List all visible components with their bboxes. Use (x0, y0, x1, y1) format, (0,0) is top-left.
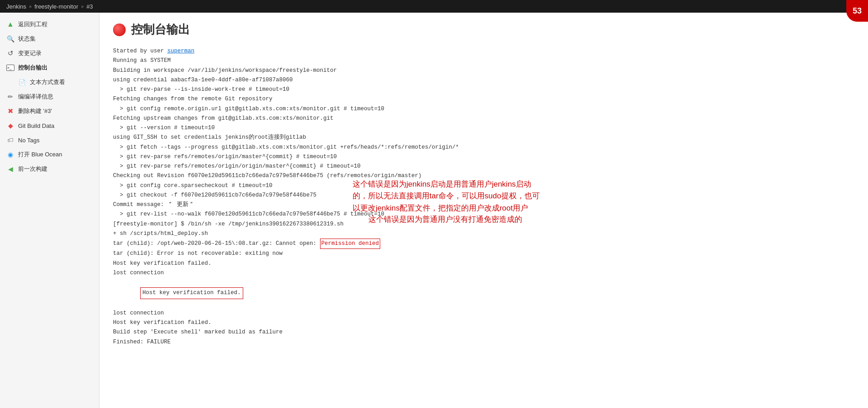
tag-icon: 🏷 (6, 136, 14, 144)
console-line-12: > git rev-parse refs/remotes/origin/mast… (113, 152, 854, 162)
main-layout: ▲ 返回到工程 🔍 状态集 ↺ 变更记录 >_ 控制台输出 📄 文本方式查看 ✏… (0, 13, 868, 408)
sidebar-item-label: 文本方式查看 (30, 78, 65, 86)
sidebar-item-label: 打开 Blue Ocean (18, 150, 62, 159)
console-line-5: > git rev-parse --is-inside-work-tree # … (113, 85, 854, 94)
permission-denied-badge: Permission denied (320, 239, 381, 249)
annotation-host-key: 这个错误是因为普通用户没有打通免密造成的 (368, 214, 617, 225)
sidebar-item-view-text[interactable]: 📄 文本方式查看 (0, 75, 99, 89)
console-line-27: Host key verification failed. (113, 318, 854, 328)
page-title-row: 控制台输出 (113, 22, 854, 38)
breadcrumb-bar: Jenkins » freestyle-monitor » #3 (0, 0, 868, 13)
sidebar-item-status[interactable]: 🔍 状态集 (0, 32, 99, 46)
sidebar-item-changes[interactable]: ↺ 变更记录 (0, 46, 99, 61)
console-line-22: tar (child): Error is not recoverable: e… (113, 249, 854, 258)
arrow-up-icon: ▲ (6, 20, 14, 28)
sidebar-item-edit-build-info[interactable]: ✏ 编编译译信息 (0, 89, 99, 104)
breadcrumb-jenkins[interactable]: Jenkins (6, 3, 26, 10)
sidebar-item-label: No Tags (18, 137, 39, 144)
breadcrumb-project[interactable]: freestyle-monitor (34, 3, 78, 10)
sidebar-item-git-build-data[interactable]: ◆ Git Build Data (0, 118, 99, 133)
console-line-host-key-boxed: Host key verification failed. (113, 278, 854, 309)
svg-text:>_: >_ (7, 66, 12, 70)
console-line-2: Running as SYSTEM (113, 56, 854, 66)
breadcrumb-sep1: » (29, 4, 32, 9)
blue-ocean-icon: ◉ (6, 150, 14, 159)
search-icon: 🔍 (6, 35, 14, 43)
sidebar-item-label: 删除构建 '#3' (18, 107, 52, 115)
delete-icon: ✖ (6, 107, 14, 115)
console-line-10: using GIT_SSH to set credentials jenkins… (113, 133, 854, 142)
sidebar-item-label: 返回到工程 (18, 20, 47, 28)
sidebar-item-label: 前一次构建 (18, 165, 47, 173)
console-line-7: > git config remote.origin.url git@gitla… (113, 104, 854, 114)
console-line-26: lost connection (113, 309, 854, 318)
corner-badge: 53 (846, 0, 868, 22)
git-icon: ◆ (6, 122, 14, 130)
breadcrumb-build: #3 (86, 3, 93, 10)
sidebar: ▲ 返回到工程 🔍 状态集 ↺ 变更记录 >_ 控制台输出 📄 文本方式查看 ✏… (0, 13, 99, 408)
console-line-20: + sh /scripts/html_deploy.sh (113, 229, 854, 239)
console-line-24: lost connection (113, 268, 854, 278)
sidebar-item-label: 变更记录 (18, 49, 42, 57)
console-line-29: Finished: FAILURE (113, 338, 854, 347)
annotation-permission-denied: 这个错误是因为jenkins启动是用普通用户jenkins启动的，所以无法直接调… (353, 178, 542, 214)
console-line-permission-denied: tar (child): /opt/web-2020-06-26-15\:08.… (113, 239, 854, 249)
console-line-4: using credential aabacf3a-1ee0-4ddf-a80e… (113, 75, 854, 85)
sidebar-item-console-output[interactable]: >_ 控制台输出 (0, 61, 99, 75)
sidebar-item-label: 编编译译信息 (18, 93, 53, 101)
edit-icon: ✏ (6, 93, 14, 101)
console-line-8: Fetching upstream changes from git@gitla… (113, 114, 854, 123)
console-line-1: Started by user superman (113, 47, 854, 56)
sidebar-item-label: Git Build Data (18, 122, 54, 129)
console-output-area: Started by user superman Running as SYST… (113, 47, 854, 347)
console-line-6: Fetching changes from the remote Git rep… (113, 94, 854, 104)
host-key-verification-box: Host key verification failed. (140, 287, 243, 299)
history-icon: ↺ (6, 49, 14, 57)
user-link[interactable]: superman (167, 48, 194, 54)
sidebar-item-no-tags[interactable]: 🏷 No Tags (0, 133, 99, 147)
text-file-icon: 📄 (18, 78, 26, 86)
console-line-3: Building in workspace /var/lib/jenkins/w… (113, 66, 854, 75)
console-line-23: Host key verification failed. (113, 259, 854, 268)
sidebar-item-label: 状态集 (18, 35, 36, 43)
console-line-28: Build step 'Execute shell' marked build … (113, 328, 854, 337)
console-icon: >_ (6, 64, 14, 72)
page-title: 控制台输出 (131, 22, 190, 38)
sidebar-item-prev-build[interactable]: ◀ 前一次构建 (0, 162, 99, 176)
console-line-11: > git fetch --tags --progress git@gitlab… (113, 143, 854, 152)
sidebar-item-delete-build[interactable]: ✖ 删除构建 '#3' (0, 104, 99, 118)
status-red-dot (113, 23, 126, 36)
prev-build-icon: ◀ (6, 165, 14, 173)
main-content: 控制台输出 Started by user superman Running a… (99, 13, 868, 408)
console-line-13: > git rev-parse refs/remotes/origin/orig… (113, 162, 854, 171)
sidebar-item-back-to-project[interactable]: ▲ 返回到工程 (0, 17, 99, 32)
breadcrumb-sep2: » (81, 4, 84, 9)
sidebar-item-blue-ocean[interactable]: ◉ 打开 Blue Ocean (0, 147, 99, 162)
sidebar-item-label: 控制台输出 (18, 64, 47, 72)
console-line-9: > git --version # timeout=10 (113, 123, 854, 133)
